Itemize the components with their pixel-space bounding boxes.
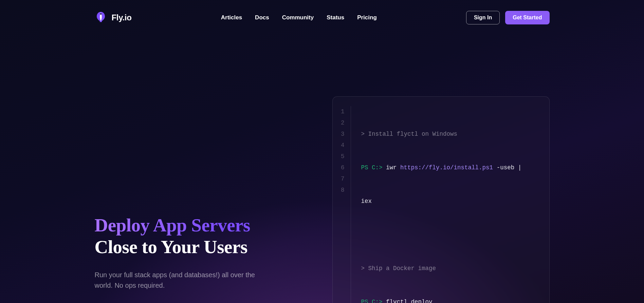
hero-subtitle: Run your full stack apps (and databases!… [95,270,271,291]
signin-button[interactable]: Sign In [466,11,500,24]
code-line: PS C:> iwr https://fly.io/install.ps1 -u… [361,162,538,173]
code-panel: 1 2 3 4 5 6 7 8 > Install flyctl on Wind… [332,96,550,303]
nav-link-docs[interactable]: Docs [255,14,269,21]
top-nav: Fly.io Articles Docs Community Status Pr… [95,0,550,35]
line-number: 5 [333,151,345,162]
line-number: 8 [333,185,345,196]
line-number: 7 [333,173,345,185]
code-content: > Install flyctl on Windows PS C:> iwr h… [351,106,538,303]
code-line: > Ship a Docker image [361,263,538,274]
balloon-logo-icon [95,11,107,24]
code-line: PS C:> flyctl deploy [361,297,538,303]
code-line [361,229,538,241]
brand[interactable]: Fly.io [95,11,132,24]
line-number: 6 [333,162,345,173]
code-gutter: 1 2 3 4 5 6 7 8 [333,106,351,303]
hero-text: Deploy App Servers Close to Your Users R… [95,214,312,303]
nav-link-community[interactable]: Community [282,14,314,21]
code-line: iex [361,196,538,207]
hero-title-line2: Close to Your Users [95,236,247,257]
nav-links: Articles Docs Community Status Pricing [132,14,466,21]
svg-point-0 [100,13,102,15]
getstarted-button[interactable]: Get Started [505,11,549,24]
nav-actions: Sign In Get Started [466,11,550,24]
line-number: 1 [333,106,345,117]
hero-title-line1: Deploy App Servers [95,215,251,235]
nav-link-status[interactable]: Status [327,14,344,21]
nav-link-articles[interactable]: Articles [221,14,242,21]
hero-title: Deploy App Servers Close to Your Users [95,214,312,258]
brand-name: Fly.io [112,13,132,22]
line-number: 3 [333,129,345,140]
hero: Deploy App Servers Close to Your Users R… [95,35,550,303]
code-line: > Install flyctl on Windows [361,129,538,140]
line-number: 2 [333,117,345,129]
nav-link-pricing[interactable]: Pricing [357,14,377,21]
line-number: 4 [333,140,345,151]
